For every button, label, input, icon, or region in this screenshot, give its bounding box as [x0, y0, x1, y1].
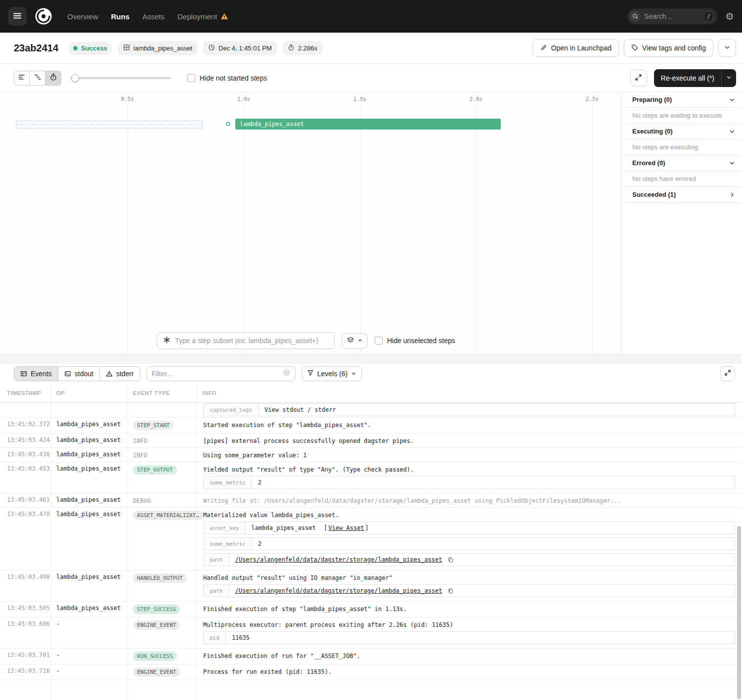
run-header-more-button[interactable]	[718, 39, 736, 57]
zoom-slider[interactable]	[70, 71, 172, 86]
log-info: Materialized value lambda_pipes_asset.as…	[197, 508, 742, 570]
log-message: Using some_parameter value: 1	[203, 451, 735, 459]
log-row[interactable]: 13:45:03.470lambda_pipes_assetASSET_MATE…	[0, 508, 742, 570]
event-type-label: DEBUG	[133, 496, 151, 504]
log-scrollbar-thumb[interactable]	[737, 526, 741, 699]
gantt-step-bar-label: lambda_pipes_asset	[240, 121, 304, 128]
open-in-launchpad-button[interactable]: Open in Launchpad	[533, 39, 619, 57]
log-row[interactable]: 13:45:02.372lambda_pipes_assetSTEP_START…	[0, 418, 742, 434]
step-subset-input[interactable]: Type a step subset (ex: lambda_pipes_ass…	[157, 332, 335, 349]
log-row[interactable]: 13:45:03.505lambda_pipes_assetSTEP_SUCCE…	[0, 602, 742, 617]
log-tab-stderr[interactable]: stderr	[100, 366, 140, 381]
log-event-type: STEP_START	[128, 418, 197, 433]
levels-dropdown[interactable]: Levels (6)	[302, 366, 362, 381]
asset-name: lambda_pipes_asset	[133, 44, 192, 52]
warning-icon	[220, 12, 228, 20]
log-timestamp: 13:45:03.470	[0, 508, 51, 570]
step-panel-section-body: No steps are executing	[621, 139, 742, 155]
hide-unselected-checkbox[interactable]	[375, 337, 383, 345]
metadata-value: 2	[252, 538, 267, 550]
view-tags-config-button[interactable]: View tags and config	[624, 39, 713, 57]
graph-query-toggle-button[interactable]	[342, 333, 368, 349]
log-row[interactable]: 13:45:03.696-ENGINE_EVENTMultiprocess ex…	[0, 617, 742, 649]
step-panel-section-title: Preparing (0)	[632, 96, 672, 103]
log-op: -	[51, 617, 128, 648]
gantt-step-bar[interactable]: lambda_pipes_asset	[235, 119, 501, 130]
step-panel-section-succeeded[interactable]: Succeeded (1)	[621, 187, 742, 203]
top-nav: OverviewRunsAssetsDeployment Search… / ⚙	[0, 0, 742, 33]
log-event-type: STEP_OUTPUT	[128, 462, 197, 493]
log-message: Multiprocess executor: parent process ex…	[203, 620, 735, 628]
path-link[interactable]: /Users/alangenfeld/data/dagster/storage/…	[235, 587, 442, 594]
log-row[interactable]: 13:45:03.716-ENGINE_EVENTProcess for run…	[0, 664, 742, 680]
hide-not-started-control[interactable]: Hide not started steps	[187, 74, 267, 82]
gantt-mode-timed-button[interactable]	[45, 71, 61, 86]
nav-item-label: Assets	[142, 12, 165, 21]
step-panel-section-preparing[interactable]: Preparing (0)	[621, 92, 742, 108]
log-timestamp: 13:45:03.438	[0, 448, 51, 462]
nav-item-overview[interactable]: Overview	[67, 12, 98, 21]
log-table: TIMESTAMPOPEVENT TYPEINFO captured_logsV…	[0, 384, 742, 700]
log-column-header: EVENT TYPE	[128, 384, 197, 402]
hide-not-started-checkbox[interactable]	[187, 74, 195, 82]
search-input[interactable]: Search… /	[627, 8, 717, 24]
gantt-gridline	[244, 105, 244, 354]
log-row[interactable]: captured_logsView stdout / stderr	[0, 403, 742, 418]
log-tab-label: stdout	[75, 370, 93, 378]
copy-icon[interactable]	[447, 588, 454, 594]
log-row[interactable]: 13:45:03.424lambda_pipes_assetINFO[pipes…	[0, 434, 742, 448]
nav-item-assets[interactable]: Assets	[142, 12, 165, 21]
pencil-icon	[540, 44, 547, 52]
gantt-mode-flat-button[interactable]	[14, 71, 30, 86]
log-row[interactable]: 13:45:03.461lambda_pipes_assetDEBUGWriti…	[0, 493, 742, 508]
gantt-fullscreen-button[interactable]	[630, 70, 647, 87]
log-row[interactable]: 13:45:03.453lambda_pipes_assetSTEP_OUTPU…	[0, 462, 742, 493]
asset-grid-icon	[123, 44, 130, 52]
view-asset-link[interactable]: View Asset	[328, 525, 364, 531]
settings-button[interactable]: ⚙	[725, 11, 734, 21]
log-row[interactable]: 13:45:03.438lambda_pipes_assetINFOUsing …	[0, 448, 742, 462]
metadata-key: path	[204, 585, 229, 597]
log-op: lambda_pipes_asset	[51, 493, 128, 507]
log-timestamp: 13:45:03.424	[0, 434, 51, 447]
path-link[interactable]: /Users/alangenfeld/data/dagster/storage/…	[235, 556, 442, 563]
funnel-icon	[307, 369, 314, 378]
log-info: Finished execution of run for "__ASSET_J…	[197, 649, 742, 664]
log-row[interactable]: 13:45:03.701-RUN_SUCCESSFinished executi…	[0, 649, 742, 664]
log-tab-events[interactable]: Events	[14, 366, 58, 381]
dagster-logo-icon[interactable]	[34, 6, 53, 26]
asset-tag[interactable]: lambda_pipes_asset	[118, 41, 197, 55]
nav-item-runs[interactable]: Runs	[111, 12, 130, 21]
log-message: Finished execution of run for "__ASSET_J…	[203, 652, 735, 659]
gantt-tick-label: 2.0s	[470, 96, 483, 102]
hide-unselected-control[interactable]: Hide unselected steps	[375, 337, 455, 345]
table-icon	[20, 370, 27, 377]
zoom-slider-handle[interactable]	[71, 74, 79, 82]
step-panel-section-errored[interactable]: Errored (0)	[621, 155, 742, 171]
reexecute-dropdown-button[interactable]	[721, 69, 736, 87]
event-type-badge: STEP_OUTPUT	[133, 465, 177, 475]
clear-filter-icon[interactable]	[283, 369, 290, 378]
panel-splitter[interactable]	[0, 354, 742, 363]
reexecute-split-button: Re-execute all (*)	[654, 69, 736, 87]
metadata-value: View stdout / stderr	[259, 404, 342, 416]
gantt-toolbar: Hide not started steps Re-execute all (*…	[0, 64, 742, 91]
gantt-step-marker-icon	[226, 122, 230, 126]
gantt-view-mode-group	[14, 71, 61, 86]
copy-icon[interactable]	[447, 557, 454, 563]
log-info: captured_logsView stdout / stderr	[197, 403, 742, 418]
menu-button[interactable]	[8, 7, 27, 26]
view-tags-config-label: View tags and config	[642, 44, 706, 52]
metadata-row: captured_logsView stdout / stderr	[203, 403, 735, 416]
logs-fullscreen-button[interactable]	[720, 366, 735, 381]
gantt-mode-waterfall-button[interactable]	[30, 71, 45, 86]
event-type-badge: STEP_SUCCESS	[133, 605, 180, 614]
nav-item-deployment[interactable]: Deployment	[177, 12, 228, 21]
log-tab-stdout[interactable]: stdout	[58, 366, 100, 381]
step-panel-section-executing[interactable]: Executing (0)	[621, 124, 742, 139]
log-row[interactable]: 13:45:03.498lambda_pipes_assetHANDLED_OU…	[0, 570, 742, 602]
step-panel-section-body: No steps are waiting to execute	[621, 108, 742, 124]
log-filter-input[interactable]: Filter...	[146, 366, 296, 381]
reexecute-button[interactable]: Re-execute all (*)	[654, 69, 721, 87]
chevron-down-icon	[729, 160, 735, 166]
